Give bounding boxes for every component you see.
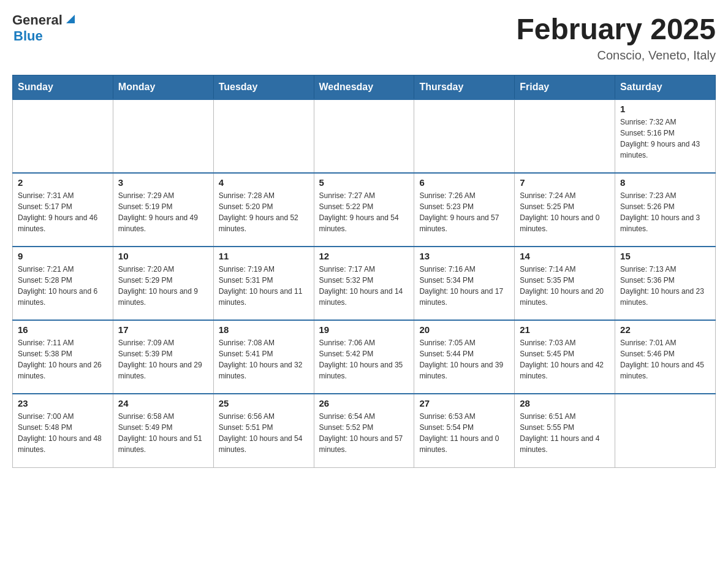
day-number: 26 xyxy=(319,398,409,408)
calendar-header-row: SundayMondayTuesdayWednesdayThursdayFrid… xyxy=(13,75,716,100)
svg-marker-0 xyxy=(66,15,75,23)
calendar-cell: 20Sunrise: 7:05 AMSunset: 5:44 PMDayligh… xyxy=(414,320,515,394)
day-info: Sunrise: 7:09 AMSunset: 5:39 PMDaylight:… xyxy=(118,337,208,381)
day-number: 11 xyxy=(219,251,309,261)
day-info: Sunrise: 7:13 AMSunset: 5:36 PMDaylight:… xyxy=(620,264,710,308)
day-number: 4 xyxy=(219,177,309,188)
calendar-cell: 6Sunrise: 7:26 AMSunset: 5:23 PMDaylight… xyxy=(414,173,515,247)
day-number: 8 xyxy=(620,177,710,188)
day-number: 18 xyxy=(219,324,309,335)
calendar-cell xyxy=(113,99,213,173)
day-number: 2 xyxy=(18,177,108,188)
calendar-header-friday: Friday xyxy=(515,75,615,100)
calendar-cell: 22Sunrise: 7:01 AMSunset: 5:46 PMDayligh… xyxy=(615,320,716,394)
day-number: 25 xyxy=(219,398,309,408)
calendar-cell: 27Sunrise: 6:53 AMSunset: 5:54 PMDayligh… xyxy=(414,394,515,467)
day-number: 6 xyxy=(419,177,509,188)
day-number: 5 xyxy=(319,177,409,188)
day-number: 12 xyxy=(319,251,409,261)
day-number: 15 xyxy=(620,251,710,261)
day-info: Sunrise: 7:11 AMSunset: 5:38 PMDaylight:… xyxy=(18,337,108,381)
day-info: Sunrise: 7:20 AMSunset: 5:29 PMDaylight:… xyxy=(118,264,208,308)
calendar-cell: 21Sunrise: 7:03 AMSunset: 5:45 PMDayligh… xyxy=(515,320,615,394)
day-info: Sunrise: 7:03 AMSunset: 5:45 PMDaylight:… xyxy=(520,337,610,381)
day-info: Sunrise: 7:00 AMSunset: 5:48 PMDaylight:… xyxy=(18,411,108,455)
day-number: 24 xyxy=(118,398,208,408)
calendar-week-2: 2Sunrise: 7:31 AMSunset: 5:17 PMDaylight… xyxy=(13,173,716,247)
calendar-header-monday: Monday xyxy=(113,75,213,100)
calendar-cell: 12Sunrise: 7:17 AMSunset: 5:32 PMDayligh… xyxy=(314,247,414,320)
calendar-cell: 7Sunrise: 7:24 AMSunset: 5:25 PMDaylight… xyxy=(515,173,615,247)
day-number: 19 xyxy=(319,324,409,335)
day-number: 13 xyxy=(419,251,509,261)
day-info: Sunrise: 6:53 AMSunset: 5:54 PMDaylight:… xyxy=(419,411,509,455)
calendar-cell: 14Sunrise: 7:14 AMSunset: 5:35 PMDayligh… xyxy=(515,247,615,320)
calendar-week-1: 1Sunrise: 7:32 AMSunset: 5:16 PMDaylight… xyxy=(13,99,716,173)
day-info: Sunrise: 7:01 AMSunset: 5:46 PMDaylight:… xyxy=(620,337,710,381)
day-info: Sunrise: 7:28 AMSunset: 5:20 PMDaylight:… xyxy=(219,190,309,234)
title-block: February 2025 Conscio, Veneto, Italy xyxy=(516,12,716,63)
calendar-cell: 25Sunrise: 6:56 AMSunset: 5:51 PMDayligh… xyxy=(213,394,314,467)
day-info: Sunrise: 7:08 AMSunset: 5:41 PMDaylight:… xyxy=(219,337,309,381)
calendar-cell: 13Sunrise: 7:16 AMSunset: 5:34 PMDayligh… xyxy=(414,247,515,320)
day-info: Sunrise: 6:56 AMSunset: 5:51 PMDaylight:… xyxy=(219,411,309,455)
day-info: Sunrise: 7:06 AMSunset: 5:42 PMDaylight:… xyxy=(319,337,409,381)
calendar-week-4: 16Sunrise: 7:11 AMSunset: 5:38 PMDayligh… xyxy=(13,320,716,394)
calendar-cell xyxy=(515,99,615,173)
day-info: Sunrise: 7:14 AMSunset: 5:35 PMDaylight:… xyxy=(520,264,610,308)
calendar-cell: 9Sunrise: 7:21 AMSunset: 5:28 PMDaylight… xyxy=(13,247,113,320)
page-header: General Blue February 2025 Conscio, Vene… xyxy=(12,12,716,63)
day-number: 7 xyxy=(520,177,610,188)
calendar-cell: 1Sunrise: 7:32 AMSunset: 5:16 PMDaylight… xyxy=(615,99,716,173)
day-number: 3 xyxy=(118,177,208,188)
day-number: 1 xyxy=(620,104,710,114)
calendar-table: SundayMondayTuesdayWednesdayThursdayFrid… xyxy=(12,75,716,468)
day-info: Sunrise: 7:16 AMSunset: 5:34 PMDaylight:… xyxy=(419,264,509,308)
day-number: 21 xyxy=(520,324,610,335)
logo-general-text: General xyxy=(12,12,63,28)
calendar-cell xyxy=(314,99,414,173)
month-title: February 2025 xyxy=(516,12,716,46)
calendar-cell: 16Sunrise: 7:11 AMSunset: 5:38 PMDayligh… xyxy=(13,320,113,394)
logo-blue-text: Blue xyxy=(13,28,77,44)
day-info: Sunrise: 6:58 AMSunset: 5:49 PMDaylight:… xyxy=(118,411,208,455)
day-info: Sunrise: 7:31 AMSunset: 5:17 PMDaylight:… xyxy=(18,190,108,234)
calendar-cell xyxy=(615,394,716,467)
calendar-cell: 11Sunrise: 7:19 AMSunset: 5:31 PMDayligh… xyxy=(213,247,314,320)
calendar-cell: 28Sunrise: 6:51 AMSunset: 5:55 PMDayligh… xyxy=(515,394,615,467)
day-info: Sunrise: 7:32 AMSunset: 5:16 PMDaylight:… xyxy=(620,117,710,161)
calendar-cell: 3Sunrise: 7:29 AMSunset: 5:19 PMDaylight… xyxy=(113,173,213,247)
day-info: Sunrise: 7:27 AMSunset: 5:22 PMDaylight:… xyxy=(319,190,409,234)
calendar-cell: 8Sunrise: 7:23 AMSunset: 5:26 PMDaylight… xyxy=(615,173,716,247)
calendar-cell: 18Sunrise: 7:08 AMSunset: 5:41 PMDayligh… xyxy=(213,320,314,394)
calendar-header-wednesday: Wednesday xyxy=(314,75,414,100)
day-info: Sunrise: 7:17 AMSunset: 5:32 PMDaylight:… xyxy=(319,264,409,308)
calendar-cell: 10Sunrise: 7:20 AMSunset: 5:29 PMDayligh… xyxy=(113,247,213,320)
calendar-cell: 2Sunrise: 7:31 AMSunset: 5:17 PMDaylight… xyxy=(13,173,113,247)
day-info: Sunrise: 6:51 AMSunset: 5:55 PMDaylight:… xyxy=(520,411,610,455)
logo: General Blue xyxy=(12,12,77,44)
calendar-cell: 23Sunrise: 7:00 AMSunset: 5:48 PMDayligh… xyxy=(13,394,113,467)
calendar-cell: 19Sunrise: 7:06 AMSunset: 5:42 PMDayligh… xyxy=(314,320,414,394)
logo-triangle-icon xyxy=(64,12,77,26)
day-info: Sunrise: 7:29 AMSunset: 5:19 PMDaylight:… xyxy=(118,190,208,234)
day-number: 20 xyxy=(419,324,509,335)
calendar-cell xyxy=(213,99,314,173)
day-number: 17 xyxy=(118,324,208,335)
day-info: Sunrise: 7:19 AMSunset: 5:31 PMDaylight:… xyxy=(219,264,309,308)
calendar-cell: 5Sunrise: 7:27 AMSunset: 5:22 PMDaylight… xyxy=(314,173,414,247)
calendar-header-thursday: Thursday xyxy=(414,75,515,100)
day-info: Sunrise: 7:21 AMSunset: 5:28 PMDaylight:… xyxy=(18,264,108,308)
day-number: 14 xyxy=(520,251,610,261)
day-number: 9 xyxy=(18,251,108,261)
day-info: Sunrise: 6:54 AMSunset: 5:52 PMDaylight:… xyxy=(319,411,409,455)
calendar-cell: 26Sunrise: 6:54 AMSunset: 5:52 PMDayligh… xyxy=(314,394,414,467)
calendar-header-tuesday: Tuesday xyxy=(213,75,314,100)
calendar-cell: 24Sunrise: 6:58 AMSunset: 5:49 PMDayligh… xyxy=(113,394,213,467)
day-number: 22 xyxy=(620,324,710,335)
calendar-cell: 15Sunrise: 7:13 AMSunset: 5:36 PMDayligh… xyxy=(615,247,716,320)
day-number: 10 xyxy=(118,251,208,261)
day-info: Sunrise: 7:24 AMSunset: 5:25 PMDaylight:… xyxy=(520,190,610,234)
calendar-cell: 4Sunrise: 7:28 AMSunset: 5:20 PMDaylight… xyxy=(213,173,314,247)
location-subtitle: Conscio, Veneto, Italy xyxy=(516,48,716,63)
